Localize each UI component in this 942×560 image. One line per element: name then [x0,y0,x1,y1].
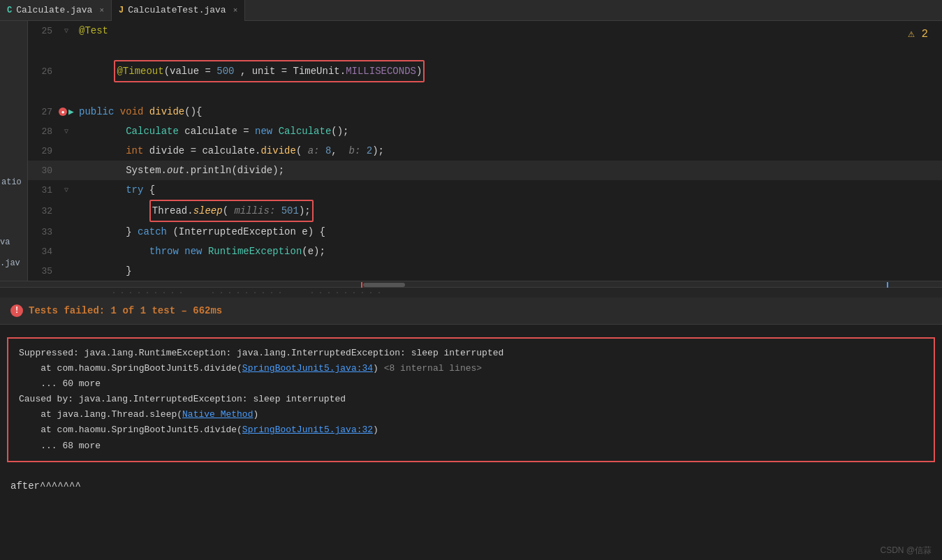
code-line-31: 31 ▽ try { [0,180,942,200]
test-result-bar: ! Tests failed: 1 of 1 test – 662ms [0,297,942,325]
code-content-28: Calculate calculate = new Calculate(); [73,121,355,141]
line-number-34: 34 [28,246,59,257]
code-content-35: } [73,261,138,281]
scrollbar-position-marker [887,282,888,288]
gutter-31: ▽ [59,186,73,194]
c-icon: C [7,6,12,15]
code-line-27: 27 ● ▶ public void divide(){ [0,102,942,121]
err-line-4: Caused by: java.lang.InterruptedExceptio… [19,392,923,407]
err-line-3: ... 60 more [19,376,923,392]
left-sidebar: atio va .jav [0,21,28,281]
code-content-31: try { [73,180,161,200]
sep-dot2: · · · · · · · · · [211,289,282,297]
run-arrow-27[interactable]: ▶ [68,106,74,117]
line-number-26: 26 [28,66,59,77]
code-content-32: Thread.sleep( millis: 501); [73,200,319,222]
line-number-30: 30 [28,165,59,176]
code-line-35: 35 } [0,261,942,281]
code-content-27: public void divide(){ [73,102,207,121]
err-line-1: Suppressed: java.lang.RuntimeException: … [19,346,923,361]
gutter-27: ● ▶ [59,106,73,117]
code-line-26: 26 @Timeout(value = 500 , unit = TimeUni… [0,40,942,102]
sep-dot3: · · · · · · · · · [310,289,381,297]
fold-icon-28: ▽ [64,127,68,135]
sep-dot1: · · · · · · · · · [112,289,183,297]
scrollbar-thumb[interactable] [363,283,405,287]
err-link-1[interactable]: SpringBootJunit5.java:34 [242,363,373,374]
line-number-32: 32 [28,206,59,216]
timeout-annotation-box: @Timeout(value = 500 , unit = TimeUnit.M… [114,60,425,82]
fold-icon-25: ▽ [64,27,68,35]
close-calculatetest-icon[interactable]: × [233,6,238,15]
line-number-28: 28 [28,126,59,137]
code-line-34: 34 throw new RuntimeException(e); [0,242,942,261]
err-link-2[interactable]: Native Method [182,409,253,420]
line-number-35: 35 [28,266,59,277]
test-result-text: Tests failed: 1 of 1 test – 662ms [29,305,222,316]
left-label-va: va [0,237,28,247]
code-line-32: 32 Thread.sleep( millis: 501); [0,200,942,222]
code-line-25: 25 ▽ @Test [0,21,942,40]
tab-calculate-label: Calculate.java [16,5,92,15]
tab-calculatetest[interactable]: J CalculateTest.java × [112,0,245,21]
line-number-29: 29 [28,146,59,156]
after-text: after^^^^^^^ [0,475,942,497]
separator-area: · · · · · · · · · · · · · · · · · · · · … [0,288,942,297]
code-content-33: } catch (InterruptedException e) { [73,222,331,242]
horizontal-scrollbar[interactable] [0,281,942,288]
line-number-33: 33 [28,227,59,237]
tab-calculatetest-label: CalculateTest.java [128,5,226,15]
err-line-7: ... 68 more [19,439,923,454]
code-content-34: throw new RuntimeException(e); [73,242,331,261]
error-dot-27: ● [59,108,67,116]
error-output-box: Suppressed: java.lang.RuntimeException: … [7,337,935,462]
gutter-28: ▽ [59,127,73,135]
line-number-27: 27 [28,107,59,117]
code-content-30: System.out.println(divide); [73,161,290,180]
thread-sleep-box: Thread.sleep( millis: 501); [149,200,314,222]
test-error-icon: ! [10,304,23,317]
tab-calculate[interactable]: C Calculate.java × [0,0,112,21]
fold-icon-31: ▽ [64,186,68,194]
gutter-25: ▽ [59,27,73,35]
error-panel: Suppressed: java.lang.RuntimeException: … [0,325,942,475]
code-content-25: @Test [73,21,114,40]
err-link-3[interactable]: SpringBootJunit5.java:32 [242,425,373,435]
err-internal-1: <8 internal lines> [384,363,482,374]
code-line-28: 28 ▽ Calculate calculate = new Calculate… [0,121,942,141]
code-editor: ⚠ 2 atio va .jav 25 ▽ @Test 26 @Timeout(… [0,21,942,281]
err-line-2: at com.haomu.SpringBootJunit5.divide(Spr… [19,361,923,376]
tab-bar: C Calculate.java × J CalculateTest.java … [0,0,942,21]
code-content-29: int divide = calculate.divide( a: 8, b: … [73,141,390,161]
err-line-5: at java.lang.Thread.sleep(Native Method) [19,407,923,422]
err-line-6: at com.haomu.SpringBootJunit5.divide(Spr… [19,422,923,438]
code-line-33: 33 } catch (InterruptedException e) { [0,222,942,242]
close-calculate-icon[interactable]: × [99,6,104,15]
watermark: CSDN @信蒜 [880,545,932,557]
left-label-jav: .jav [0,258,28,268]
code-line-30: 30 System.out.println(divide); [0,161,942,180]
line-number-25: 25 [28,26,59,36]
line-number-31: 31 [28,185,59,196]
j-icon: J [119,6,124,15]
scrollbar-error-marker [361,282,362,288]
left-label-ation: atio [0,175,28,190]
code-content-26: @Timeout(value = 500 , unit = TimeUnit.M… [73,40,430,102]
code-line-29: 29 int divide = calculate.divide( a: 8, … [0,141,942,161]
